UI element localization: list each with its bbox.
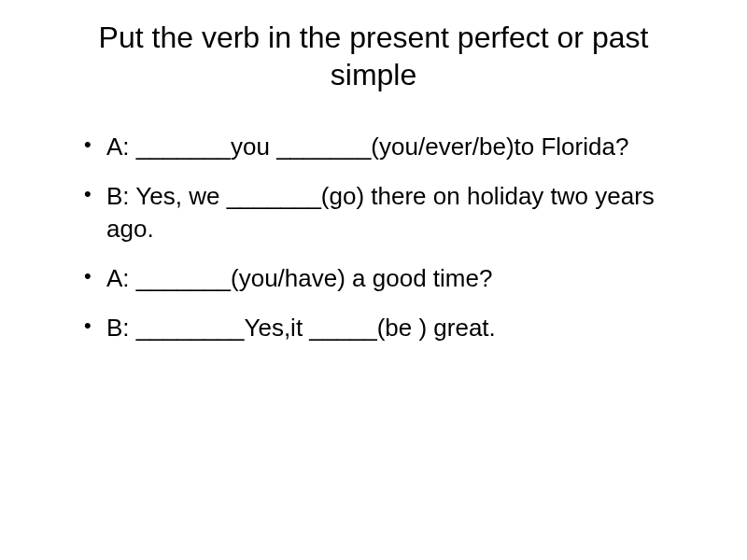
slide-title: Put the verb in the present perfect or p… [56,19,691,93]
list-item: B: Yes, we _______(go) there on holiday … [84,180,691,245]
exercise-list: A: _______you _______(you/ever/be)to Flo… [56,131,691,344]
list-item: B: ________Yes,it _____(be ) great. [84,312,691,344]
list-item: A: _______(you/have) a good time? [84,262,691,295]
list-item: A: _______you _______(you/ever/be)to Flo… [84,131,691,163]
